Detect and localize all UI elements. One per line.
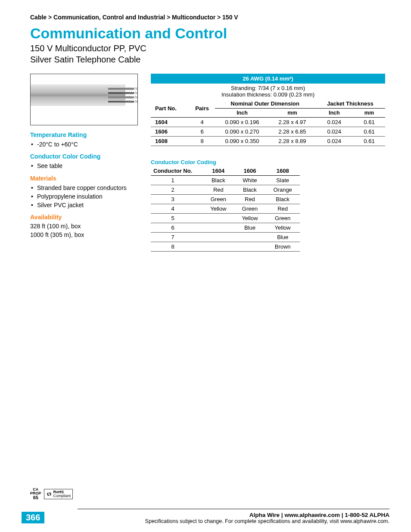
cc-cell: Blue [234,223,265,233]
cc-head: 1608 [265,166,299,176]
col-partno: Part No. [151,99,189,118]
ca-prop65-badge: CA PROP 65 [30,488,41,500]
cc-cell: Black [265,195,299,204]
availability-line: 328 ft (100 m), box [30,222,142,231]
cc-cell: 4 [151,204,202,214]
col-mm: mm [353,109,385,118]
cc-cell: 6 [151,223,202,233]
subtitle-line-1: 150 V Multiconductor PP, PVC [30,44,146,53]
col-inch: Inch [315,109,353,118]
right-column: 26 AWG (0.14 mm²) Stranding: 7/34 (7 x 0… [151,74,385,252]
cc-cell: White [234,176,265,185]
section-head-color-coding: Conductor Color Coding [30,153,142,160]
rohs-l2: Compliant [53,494,71,498]
cell-part: 1606 [151,127,189,137]
subtitle-line-2: Silver Satin Telephone Cable [30,55,140,64]
spec-sub-1: Stranding: 7/34 (7 x 0.16 mm) [231,85,305,91]
cc-cell [202,242,234,252]
cc-cell: 3 [151,195,202,204]
cell-nod-in: 0.090 x 0.196 [215,118,270,127]
cell-jt-mm: 0.61 [353,118,385,127]
material-item: Stranded bare copper conductors [31,184,142,192]
cc-cell: Green [234,204,265,214]
page-number: 366 [22,512,44,523]
spec-sub-2: Insulation thickness: 0.009 (0.23 mm) [221,91,314,98]
material-item: Polypropylene insulation [31,192,142,201]
cc-cell: Yellow [265,223,299,233]
cc-cell: Blue [265,233,299,242]
cc-cell: 7 [151,233,202,242]
col-jt: Jacket Thickness [315,99,385,109]
cell-nod-mm: 2.28 x 8.89 [269,137,315,146]
table-row: 1606 6 0.090 x 0.270 2.28 x 6.85 0.024 0… [151,127,385,137]
left-column: Temperature Rating -20°C to +60°C Conduc… [30,74,142,252]
color-coding-title: Conductor Color Coding [151,159,385,165]
cell-jt-in: 0.024 [315,127,353,137]
table-row: 7Blue [151,233,300,242]
cc-head: Conductor No. [151,166,202,176]
cc-cell: 8 [151,242,202,252]
cc-cell: Red [234,195,265,204]
rohs-badge: RoHS Compliant [44,489,73,499]
section-head-availability: Availability [30,214,142,221]
table-row: 5YellowGreen [151,214,300,223]
color-coding-table: Conductor No. 1604 1606 1608 1BlackWhite… [151,166,300,252]
cc-cell [202,223,234,233]
cell-part: 1608 [151,137,189,146]
cc-cell: Black [202,176,234,185]
cc-cell [234,233,265,242]
cc-cell: 2 [151,185,202,195]
cc-cell: Yellow [202,204,234,214]
spec-table: 26 AWG (0.14 mm²) Stranding: 7/34 (7 x 0… [151,74,385,146]
cc-cell: Red [202,185,234,195]
section-head-temp: Temperature Rating [30,131,142,138]
table-row: 1608 8 0.090 x 0.350 2.28 x 8.89 0.024 0… [151,137,385,146]
table-row: 1604 4 0.090 x 0.196 2.28 x 4.97 0.024 0… [151,118,385,127]
cell-nod-mm: 2.28 x 6.85 [269,127,315,137]
cc-cell: Red [265,204,299,214]
material-item: Silver PVC jacket [31,201,142,209]
cell-nod-mm: 2.28 x 4.97 [269,118,315,127]
cell-pairs: 6 [189,127,215,137]
availability-line: 1000 ft (305 m), box [30,231,142,240]
cc-cell: Black [234,185,265,195]
temp-item: -20°C to +60°C [31,140,142,149]
table-row: 6BlueYellow [151,223,300,233]
cc-cell: Yellow [234,214,265,223]
table-row: 1BlackWhiteSlate [151,176,300,185]
page-footer: CA PROP 65 RoHS Compliant 366 Alpha Wire… [0,488,411,524]
cell-pairs: 4 [189,118,215,127]
col-mm: mm [269,109,315,118]
cc-cell: Orange [265,185,299,195]
col-pairs: Pairs [189,99,215,118]
section-head-materials: Materials [30,175,142,182]
table-row: 8Brown [151,242,300,252]
breadcrumb: Cable > Communication, Control and Indus… [30,14,385,21]
page-title: Communication and Control [30,25,385,42]
cc-cell: 5 [151,214,202,223]
cc-cell: Slate [265,176,299,185]
cell-nod-in: 0.090 x 0.350 [215,137,270,146]
ccc-item: See table [31,162,142,170]
cc-cell: 1 [151,176,202,185]
page-subtitle: 150 V Multiconductor PP, PVC Silver Sati… [30,43,385,65]
cell-part: 1604 [151,118,189,127]
table-row: 2RedBlackOrange [151,185,300,195]
cc-head: 1604 [202,166,234,176]
cc-cell: Green [202,195,234,204]
cell-jt-mm: 0.61 [353,137,385,146]
cc-head: 1606 [234,166,265,176]
spec-title: 26 AWG (0.14 mm²) [151,74,385,84]
cable-illustration [30,74,138,125]
cell-jt-mm: 0.61 [353,127,385,137]
footer-contact: Alpha Wire | www.alphawire.com | 1-800-5… [53,512,389,518]
col-inch: Inch [215,109,270,118]
table-row: 4YellowGreenRed [151,204,300,214]
cc-cell [202,214,234,223]
footer-disclaimer: Specifications subject to change. For co… [53,518,389,524]
cc-cell: Green [265,214,299,223]
cell-jt-in: 0.024 [315,137,353,146]
col-nod: Nominal Outer Dimension [215,99,315,109]
recycle-icon [46,491,52,497]
cell-pairs: 8 [189,137,215,146]
